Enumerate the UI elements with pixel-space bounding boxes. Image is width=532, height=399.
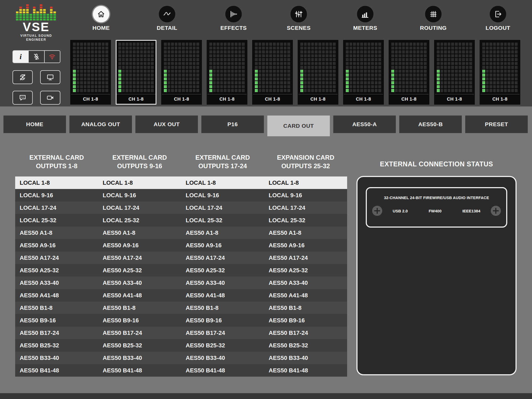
routing-option-cell[interactable]: AES50 A33-40 [264, 277, 347, 289]
routing-option-cell[interactable]: AES50 A9-16 [98, 239, 181, 252]
routing-option-cell[interactable]: LOCAL 1-8 [264, 176, 347, 189]
routing-option-cell[interactable]: AES50 B33-40 [264, 352, 347, 364]
tab-preset[interactable]: PRESET [465, 116, 528, 133]
routing-option-cell[interactable]: LOCAL 25-32 [264, 214, 347, 227]
routing-option-cell[interactable]: AES50 A41-48 [15, 289, 98, 302]
tab-p16[interactable]: P16 [201, 116, 264, 133]
routing-option-cell[interactable]: AES50 A17-24 [181, 252, 264, 264]
routing-option-cell[interactable]: AES50 B1-8 [181, 302, 264, 314]
routing-option-cell[interactable]: LOCAL 17-24 [15, 201, 98, 214]
nav-item-effects[interactable]: EFFECTS [214, 6, 253, 31]
routing-option-cell[interactable]: AES50 B41-48 [181, 364, 264, 377]
nav-item-detail[interactable]: DETAIL [147, 6, 187, 31]
routing-option-cell[interactable]: AES50 B25-32 [181, 339, 264, 352]
tab-aux-out[interactable]: AUX OUT [135, 116, 198, 133]
routing-option-cell[interactable]: LOCAL 25-32 [98, 214, 181, 227]
meter-block-5[interactable]: CH 1-8 [252, 40, 293, 105]
routing-option-cell[interactable]: AES50 A9-16 [15, 239, 98, 252]
routing-option-cell[interactable]: LOCAL 17-24 [98, 201, 181, 214]
routing-option-cell[interactable]: AES50 B41-48 [98, 364, 181, 377]
routing-option-cell[interactable]: AES50 A17-24 [264, 252, 347, 264]
routing-option-cell[interactable]: LOCAL 9-16 [15, 189, 98, 201]
routing-option-cell[interactable]: AES50 B17-24 [98, 327, 181, 339]
routing-option-cell[interactable]: AES50 A9-16 [264, 239, 347, 252]
routing-column-headers: EXTERNAL CARDOUTPUTS 1-8EXTERNAL CARDOUT… [15, 153, 347, 171]
routing-option-cell[interactable]: AES50 A17-24 [98, 252, 181, 264]
routing-option-cell[interactable]: LOCAL 1-8 [181, 176, 264, 189]
routing-option-cell[interactable]: AES50 B41-48 [264, 364, 347, 377]
routing-column-header-4: EXPANSION CARDOUTPUTS 25-32 [264, 153, 347, 171]
ctl-display-button[interactable] [40, 70, 60, 84]
routing-option-cell[interactable]: AES50 A17-24 [15, 252, 98, 264]
routing-option-cell[interactable]: LOCAL 25-32 [181, 214, 264, 227]
meter-block-4[interactable]: CH 1-8 [207, 40, 247, 105]
routing-option-cell[interactable]: AES50 B1-8 [98, 302, 181, 314]
routing-option-cell[interactable]: AES50 B9-16 [264, 314, 347, 327]
routing-option-cell[interactable]: AES50 B17-24 [264, 327, 347, 339]
user-sync-icon [19, 73, 27, 81]
nav-item-scenes[interactable]: SCENES [279, 6, 319, 31]
routing-option-cell[interactable]: AES50 B41-48 [15, 364, 98, 377]
routing-option-cell[interactable]: LOCAL 1-8 [98, 176, 181, 189]
routing-option-cell[interactable]: AES50 B9-16 [98, 314, 181, 327]
routing-option-cell[interactable]: LOCAL 1-8 [15, 176, 98, 189]
nav-item-routing[interactable]: ROUTING [413, 6, 453, 31]
routing-option-cell[interactable]: AES50 A41-48 [98, 289, 181, 302]
routing-option-cell[interactable]: AES50 A33-40 [181, 277, 264, 289]
routing-option-cell[interactable]: AES50 A41-48 [264, 289, 347, 302]
meter-block-2[interactable]: CH 1-8 [116, 40, 156, 105]
tab-aes50-a[interactable]: AES50-A [333, 116, 396, 133]
routing-option-cell[interactable]: AES50 B17-24 [181, 327, 264, 339]
ctl-user-sync-button[interactable] [13, 70, 33, 84]
routing-option-cell[interactable]: AES50 A25-32 [264, 264, 347, 277]
routing-option-cell[interactable]: AES50 B17-24 [15, 327, 98, 339]
ctl-info-button[interactable]: i [13, 51, 28, 63]
routing-option-cell[interactable]: LOCAL 9-16 [181, 189, 264, 201]
tab-card-out[interactable]: CARD OUT [267, 116, 330, 136]
routing-option-cell[interactable]: AES50 B9-16 [181, 314, 264, 327]
routing-option-cell[interactable]: AES50 B25-32 [98, 339, 181, 352]
meter-block-1[interactable]: CH 1-8 [70, 40, 111, 105]
routing-option-cell[interactable]: LOCAL 25-32 [15, 214, 98, 227]
ctl-chat-button[interactable] [13, 91, 33, 105]
routing-option-cell[interactable]: AES50 A25-32 [98, 264, 181, 277]
routing-option-cell[interactable]: LOCAL 17-24 [264, 201, 347, 214]
routing-option-cell[interactable]: AES50 B1-8 [264, 302, 347, 314]
routing-option-cell[interactable]: LOCAL 17-24 [181, 201, 264, 214]
routing-option-cell[interactable]: AES50 A33-40 [15, 277, 98, 289]
routing-option-cell[interactable]: AES50 B25-32 [15, 339, 98, 352]
routing-option-cell[interactable]: AES50 A25-32 [15, 264, 98, 277]
meter-label: CH 1-8 [253, 94, 292, 104]
meter-block-10[interactable]: CH 1-8 [480, 40, 520, 105]
tab-analog-out[interactable]: ANALOG OUT [69, 116, 132, 133]
routing-option-cell[interactable]: LOCAL 9-16 [98, 189, 181, 201]
routing-option-cell[interactable]: AES50 A1-8 [181, 227, 264, 239]
routing-option-cell[interactable]: AES50 A1-8 [264, 227, 347, 239]
routing-option-cell[interactable]: AES50 B33-40 [15, 352, 98, 364]
routing-option-cell[interactable]: AES50 A25-32 [181, 264, 264, 277]
routing-option-cell[interactable]: AES50 B33-40 [181, 352, 264, 364]
routing-option-cell[interactable]: AES50 A9-16 [181, 239, 264, 252]
routing-option-cell[interactable]: AES50 B25-32 [264, 339, 347, 352]
meter-block-6[interactable]: CH 1-8 [298, 40, 338, 105]
ctl-wifi-button[interactable] [44, 51, 60, 63]
nav-item-logout[interactable]: LOGOUT [478, 6, 518, 31]
meter-block-9[interactable]: CH 1-8 [434, 40, 475, 105]
nav-item-meters[interactable]: METERS [345, 6, 385, 31]
routing-option-cell[interactable]: AES50 A33-40 [98, 277, 181, 289]
routing-option-cell[interactable]: AES50 B9-16 [15, 314, 98, 327]
routing-option-cell[interactable]: AES50 A1-8 [98, 227, 181, 239]
routing-option-cell[interactable]: AES50 B33-40 [98, 352, 181, 364]
meter-block-7[interactable]: CH 1-8 [343, 40, 384, 105]
routing-option-cell[interactable]: AES50 A1-8 [15, 227, 98, 239]
routing-option-cell[interactable]: LOCAL 9-16 [264, 189, 347, 201]
tab-aes50-b[interactable]: AES50-B [399, 116, 462, 133]
routing-option-cell[interactable]: AES50 B1-8 [15, 302, 98, 314]
routing-option-cell[interactable]: AES50 A41-48 [181, 289, 264, 302]
ctl-mic-muted-button[interactable] [28, 51, 44, 63]
tab-home[interactable]: HOME [3, 116, 66, 133]
nav-item-home[interactable]: HOME [81, 6, 121, 31]
meter-block-8[interactable]: CH 1-8 [389, 40, 429, 105]
meter-block-3[interactable]: CH 1-8 [161, 40, 202, 105]
ctl-camera-button[interactable] [40, 91, 60, 105]
